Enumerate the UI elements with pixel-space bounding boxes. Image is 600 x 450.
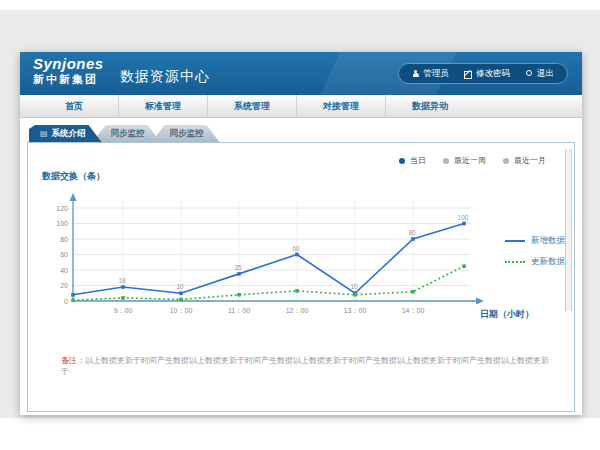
header-actions: 管理员修改密码退出 — [398, 63, 569, 84]
svg-text:40: 40 — [60, 267, 68, 274]
nav-item-对接管理[interactable]: 对接管理 — [296, 95, 385, 117]
range-filter: 当日最近一周最近一月 — [399, 155, 546, 166]
radio-label: 最近一月 — [514, 155, 546, 166]
action-label: 管理员 — [424, 68, 450, 80]
radio-label: 最近一周 — [454, 155, 486, 166]
footnote-label: 备注 — [61, 356, 77, 365]
radio-dot-icon — [503, 158, 509, 164]
power-button[interactable]: 退出 — [525, 68, 554, 80]
action-label: 退出 — [537, 68, 554, 80]
logo-company: 新中新集团 — [33, 73, 104, 85]
app-header: Synjones 新中新集团 数据资源中心 管理员修改密码退出 — [20, 52, 582, 95]
svg-text:9：00: 9：00 — [114, 307, 133, 314]
svg-text:14：00: 14：00 — [402, 307, 425, 314]
tab-label: 系统介绍 — [52, 128, 86, 138]
action-label: 修改密码 — [476, 68, 510, 80]
svg-text:13：00: 13：00 — [344, 307, 367, 314]
edit-button[interactable]: 修改密码 — [464, 68, 510, 80]
legend-label: 更新数据 — [531, 256, 565, 268]
x-axis-title: 日期（小时） — [480, 308, 534, 321]
footnote: 备注：以上数据更新于时间产生数据以上数据更新于时间产生数据以上数据更新于时间产生… — [61, 355, 556, 377]
power-icon — [525, 70, 533, 78]
svg-text:0: 0 — [64, 298, 68, 305]
legend-line-icon — [505, 240, 525, 242]
svg-text:100: 100 — [56, 220, 68, 227]
svg-text:80: 80 — [408, 229, 416, 236]
svg-text:20: 20 — [60, 282, 68, 289]
svg-text:11：00: 11：00 — [228, 307, 250, 314]
svg-text:10: 10 — [350, 283, 358, 290]
radio-当日[interactable]: 当日 — [399, 155, 426, 166]
user-button[interactable]: 管理员 — [412, 68, 450, 80]
tab-同步监控-1[interactable]: 同步监控 — [93, 125, 161, 142]
chart-panel: 当日最近一周最近一月 数据交换（条） 0204060801001209：0010… — [27, 142, 575, 412]
footnote-text: 以上数据更新于时间产生数据以上数据更新于时间产生数据以上数据更新于时间产生数据以… — [61, 356, 549, 376]
radio-dot-icon — [443, 158, 449, 164]
nav-item-首页[interactable]: 首页 — [30, 95, 118, 117]
edit-icon — [464, 70, 472, 78]
main-nav: 首页标准管理系统管理对接管理数据异动 — [20, 95, 582, 118]
svg-text:35: 35 — [234, 264, 242, 271]
svg-text:18: 18 — [118, 277, 126, 284]
nav-item-系统管理[interactable]: 系统管理 — [207, 95, 296, 117]
svg-text:60: 60 — [292, 245, 300, 252]
logo: Synjones 新中新集团 — [33, 56, 104, 85]
svg-text:12：00: 12：00 — [286, 307, 309, 314]
radio-最近一周[interactable]: 最近一周 — [443, 155, 486, 166]
svg-text:10: 10 — [176, 283, 184, 290]
svg-text:100: 100 — [458, 214, 469, 221]
radio-最近一月[interactable]: 最近一月 — [503, 155, 546, 166]
svg-text:120: 120 — [56, 205, 68, 212]
svg-text:60: 60 — [60, 251, 68, 258]
chart-legend: 新增数据更新数据 — [505, 235, 565, 277]
nav-item-数据异动[interactable]: 数据异动 — [385, 95, 474, 117]
svg-text:10：00: 10：00 — [170, 307, 193, 314]
app-window: Synjones 新中新集团 数据资源中心 管理员修改密码退出 首页标准管理系统… — [20, 52, 582, 415]
radio-dot-icon — [399, 158, 405, 164]
tab-label: 同步监控 — [111, 128, 145, 138]
tab-bar: ▤系统介绍同步监控同步监控 — [29, 125, 220, 142]
svg-text:80: 80 — [60, 236, 68, 243]
footnote-separator: ： — [77, 356, 85, 365]
legend-item-更新数据: 更新数据 — [505, 256, 565, 268]
tab-label: 同步监控 — [170, 128, 204, 138]
legend-label: 新增数据 — [531, 235, 565, 247]
tab-系统介绍-0[interactable]: ▤系统介绍 — [29, 125, 102, 142]
y-axis-title: 数据交换（条） — [42, 170, 105, 183]
app-title: 数据资源中心 — [120, 68, 210, 86]
logo-brand: Synjones — [33, 56, 104, 73]
vertical-scrollbar[interactable] — [565, 149, 572, 311]
legend-item-新增数据: 新增数据 — [505, 235, 565, 247]
user-icon — [412, 70, 420, 78]
tab-同步监控-2[interactable]: 同步监控 — [152, 125, 220, 142]
line-chart: 0204060801001209：0010：0011：0012：0013：001… — [42, 187, 492, 327]
content-area: ▤系统介绍同步监控同步监控 当日最近一周最近一月 数据交换（条） 0204060… — [20, 118, 582, 415]
radio-label: 当日 — [410, 155, 426, 166]
legend-line-icon — [505, 261, 525, 263]
nav-item-标准管理[interactable]: 标准管理 — [118, 95, 207, 117]
form-icon: ▤ — [40, 129, 48, 138]
